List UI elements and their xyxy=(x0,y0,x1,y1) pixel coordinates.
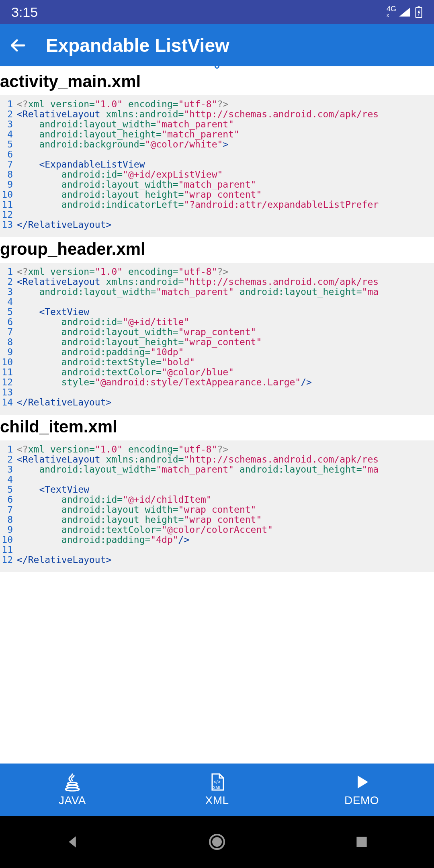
file-title: child_item.xml xyxy=(0,415,434,440)
code-text: android:textColor="@color/blue" xyxy=(17,367,234,377)
code-line: 1<?xml version="1.0" encoding="utf-8"?> xyxy=(0,267,434,277)
scroll-indicator-icon xyxy=(215,66,219,69)
code-text: <RelativeLayout xmlns:android="http://sc… xyxy=(17,109,379,119)
code-text xyxy=(17,149,23,160)
code-line: 9 android:textColor="@color/colorAccent" xyxy=(0,525,434,535)
code-line: 10 android:layout_height="wrap_content" xyxy=(0,190,434,200)
svg-point-5 xyxy=(66,788,79,791)
line-number: 5 xyxy=(0,485,17,495)
nav-back-button[interactable] xyxy=(60,830,84,854)
tab-xml[interactable]: </>XML XML xyxy=(145,764,289,816)
code-text: android:padding="10dp" xyxy=(17,347,184,357)
code-line: 7 android:layout_width="wrap_content" xyxy=(0,327,434,337)
line-number: 5 xyxy=(0,307,17,317)
play-icon xyxy=(352,772,371,792)
code-text: style="@android:style/TextAppearance.Lar… xyxy=(17,377,312,387)
line-number: 13 xyxy=(0,220,17,230)
code-text: android:layout_height="wrap_content" xyxy=(17,515,262,525)
tab-java-label: JAVA xyxy=(59,794,86,807)
code-text xyxy=(17,210,23,220)
code-line: 5 android:background="@color/white"> xyxy=(0,139,434,149)
tab-java[interactable]: JAVA xyxy=(0,764,145,816)
code-line: 3 android:layout_width="match_parent" xyxy=(0,119,434,129)
nav-home-button[interactable] xyxy=(205,830,229,854)
line-number: 8 xyxy=(0,515,17,525)
line-number: 5 xyxy=(0,139,17,149)
line-number: 12 xyxy=(0,210,17,220)
bottom-tabs: JAVA </>XML XML DEMO xyxy=(0,764,434,816)
app-bar: Expandable ListView xyxy=(0,24,434,66)
code-text xyxy=(17,475,23,485)
code-text: android:layout_width="wrap_content" xyxy=(17,505,256,515)
tab-demo[interactable]: DEMO xyxy=(289,764,434,816)
code-text: android:background="@color/white"> xyxy=(17,139,228,149)
line-number: 2 xyxy=(0,277,17,287)
code-text: <TextView xyxy=(17,485,89,495)
line-number: 9 xyxy=(0,180,17,190)
line-number: 2 xyxy=(0,454,17,465)
line-number: 7 xyxy=(0,160,17,170)
code-text: <?xml version="1.0" encoding="utf-8"?> xyxy=(17,267,228,277)
code-line: 11 android:indicatorLeft="?android:attr/… xyxy=(0,200,434,210)
line-number: 3 xyxy=(0,465,17,475)
line-number: 13 xyxy=(0,387,17,397)
svg-rect-10 xyxy=(356,837,366,847)
line-number: 10 xyxy=(0,535,17,545)
code-block[interactable]: 1<?xml version="1.0" encoding="utf-8"?>2… xyxy=(0,95,434,237)
code-line: 6 xyxy=(0,149,434,160)
code-line: 8 android:layout_height="wrap_content" xyxy=(0,337,434,347)
code-text: <ExpandableListView xyxy=(17,160,145,170)
code-line: 3 android:layout_width="match_parent" an… xyxy=(0,287,434,297)
code-line: 8 android:layout_height="wrap_content" xyxy=(0,515,434,525)
line-number: 6 xyxy=(0,495,17,505)
code-block[interactable]: 1<?xml version="1.0" encoding="utf-8"?>2… xyxy=(0,440,434,572)
code-text: android:layout_width="match_parent" andr… xyxy=(17,287,379,297)
xml-file-icon: </>XML xyxy=(207,772,227,792)
line-number: 2 xyxy=(0,109,17,119)
code-line: 4 xyxy=(0,475,434,485)
network-indicator: 4Gx xyxy=(387,6,396,18)
code-text: <?xml version="1.0" encoding="utf-8"?> xyxy=(17,444,228,454)
code-line: 2<RelativeLayout xmlns:android="http://s… xyxy=(0,454,434,465)
code-line: 6 android:id="@+id/childItem" xyxy=(0,495,434,505)
code-line: 2<RelativeLayout xmlns:android="http://s… xyxy=(0,109,434,119)
line-number: 4 xyxy=(0,129,17,139)
line-number: 3 xyxy=(0,119,17,129)
code-block[interactable]: 1<?xml version="1.0" encoding="utf-8"?>2… xyxy=(0,263,434,415)
code-text: android:layout_width="match_parent" andr… xyxy=(17,465,379,475)
code-line: 9 android:padding="10dp" xyxy=(0,347,434,357)
status-time: 3:15 xyxy=(11,4,38,20)
line-number: 14 xyxy=(0,397,17,407)
back-icon[interactable] xyxy=(9,37,27,54)
status-right: 4Gx xyxy=(387,6,423,18)
file-title: group_header.xml xyxy=(0,237,434,263)
svg-rect-1 xyxy=(418,6,420,8)
screen: 3:15 4Gx Expandable ListView activity_ma… xyxy=(0,0,434,868)
svg-text:</>: </> xyxy=(213,779,220,785)
code-text: </RelativeLayout> xyxy=(17,397,111,407)
code-text: android:layout_height="wrap_content" xyxy=(17,337,262,347)
code-text: android:indicatorLeft="?android:attr/exp… xyxy=(17,200,379,210)
code-line: 8 android:id="@+id/expListView" xyxy=(0,170,434,180)
code-text: android:layout_width="match_parent" xyxy=(17,180,256,190)
code-line: 12 xyxy=(0,210,434,220)
code-line: 6 android:id="@+id/title" xyxy=(0,317,434,327)
code-line: 1<?xml version="1.0" encoding="utf-8"?> xyxy=(0,444,434,454)
line-number: 11 xyxy=(0,200,17,210)
code-line: 12</RelativeLayout> xyxy=(0,555,434,565)
app-title: Expandable ListView xyxy=(46,35,229,56)
code-text: </RelativeLayout> xyxy=(17,220,111,230)
code-text: android:textStyle="bold" xyxy=(17,357,195,367)
nav-recent-button[interactable] xyxy=(350,830,374,854)
line-number: 3 xyxy=(0,287,17,297)
code-line: 14</RelativeLayout> xyxy=(0,397,434,407)
code-text: android:id="@+id/childItem" xyxy=(17,495,212,505)
code-text xyxy=(17,387,23,397)
code-text: android:layout_height="wrap_content" xyxy=(17,190,262,200)
content-scroll[interactable]: activity_main.xml1<?xml version="1.0" en… xyxy=(0,66,434,764)
code-line: 4 android:layout_height="match_parent" xyxy=(0,129,434,139)
code-text: android:layout_width="match_parent" xyxy=(17,119,234,129)
line-number: 7 xyxy=(0,327,17,337)
code-text: <RelativeLayout xmlns:android="http://sc… xyxy=(17,277,379,287)
code-line: 12 style="@android:style/TextAppearance.… xyxy=(0,377,434,387)
